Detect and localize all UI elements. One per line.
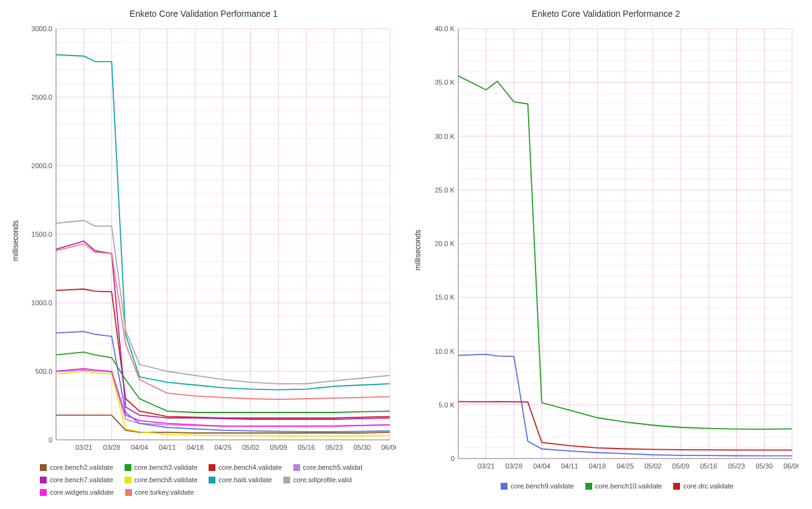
legend-item: core.drc.validate — [673, 482, 734, 490]
svg-text:06/06: 06/06 — [783, 462, 798, 470]
legend-swatch — [125, 464, 131, 471]
svg-text:15.0 K: 15.0 K — [435, 293, 455, 301]
legend-label: core.haiti.validate — [219, 476, 272, 483]
legend-swatch — [40, 489, 47, 496]
svg-text:03/28: 03/28 — [103, 444, 121, 451]
legend-item: core.sdiprofile.valid — [283, 476, 352, 483]
legend-swatch — [209, 464, 215, 471]
legend-label: core.bench4.validate — [219, 464, 282, 471]
svg-text:1500.0: 1500.0 — [31, 231, 52, 238]
svg-text:04/11: 04/11 — [561, 462, 578, 470]
svg-text:05/23: 05/23 — [326, 444, 343, 451]
chart-svg-1: 0500.01000.01500.02000.02500.03000.003/2… — [22, 22, 396, 459]
legend-swatch — [209, 477, 215, 483]
legend-swatch — [125, 477, 131, 483]
svg-text:500.0: 500.0 — [35, 368, 52, 375]
svg-text:05/16: 05/16 — [298, 444, 315, 451]
svg-text:30.0 K: 30.0 K — [435, 133, 455, 140]
chart-title-2: Enketo Core Validation Performance 2 — [532, 9, 680, 19]
legend-item: core.bench8.validate — [125, 476, 198, 483]
legend-item: core.bench7.validate — [40, 476, 113, 483]
legend-swatch — [293, 464, 300, 471]
legend-item: core.bench9.validate — [501, 482, 574, 490]
legend-label: core.turkey.validate — [135, 488, 194, 496]
legend-swatch — [585, 483, 592, 490]
svg-text:05/02: 05/02 — [242, 444, 260, 451]
svg-text:2000.0: 2000.0 — [31, 162, 52, 169]
svg-text:03/28: 03/28 — [506, 462, 523, 470]
svg-text:04/18: 04/18 — [589, 462, 607, 470]
legend-swatch — [125, 489, 132, 496]
legend-label: core.drc.validate — [683, 482, 734, 490]
legend-item: core.bench5.validat — [293, 464, 362, 471]
svg-text:0: 0 — [49, 436, 52, 444]
legend-label: core.bench5.validat — [303, 464, 362, 471]
legend-swatch — [283, 477, 290, 483]
svg-text:20.0 K: 20.0 K — [435, 240, 455, 247]
legend-item: core.haiti.validate — [209, 476, 272, 483]
svg-text:04/04: 04/04 — [533, 462, 550, 470]
chart-panel-1: Enketo Core Validation Performance 1 mil… — [6, 6, 401, 498]
chart-legend-1: core.bench2.validatecore.bench3.validate… — [6, 459, 401, 498]
charts-container: Enketo Core Validation Performance 1 mil… — [6, 6, 806, 498]
svg-text:04/04: 04/04 — [131, 444, 148, 451]
svg-text:04/18: 04/18 — [187, 444, 204, 451]
chart-svg-2: 05.0 K10.0 K15.0 K20.0 K25.0 K30.0 K35.0… — [425, 22, 798, 477]
svg-text:5.0 K: 5.0 K — [438, 401, 455, 409]
svg-text:05/30: 05/30 — [756, 462, 773, 470]
svg-text:05/23: 05/23 — [728, 462, 745, 470]
legend-label: core.bench2.validate — [50, 464, 113, 471]
svg-text:04/25: 04/25 — [214, 444, 232, 451]
svg-text:1000.0: 1000.0 — [31, 299, 52, 307]
chart-title-1: Enketo Core Validation Performance 1 — [130, 9, 278, 19]
legend-item: core.bench3.validate — [125, 464, 198, 471]
chart-body-2: milliseconds 05.0 K10.0 K15.0 K20.0 K25.… — [413, 22, 798, 477]
legend-swatch — [501, 483, 507, 490]
legend-label: core.bench10.validate — [595, 482, 663, 490]
svg-text:03/21: 03/21 — [478, 462, 495, 470]
svg-text:04/11: 04/11 — [159, 444, 176, 451]
chart-ylabel-1: milliseconds — [11, 116, 20, 365]
legend-label: core.bench7.validate — [50, 476, 113, 483]
svg-text:35.0 K: 35.0 K — [435, 78, 455, 86]
svg-text:10.0 K: 10.0 K — [435, 348, 455, 355]
legend-item: core.bench4.validate — [209, 464, 282, 471]
legend-label: core.bench3.validate — [135, 464, 198, 471]
chart-ylabel-2: milliseconds — [413, 125, 422, 374]
svg-text:2500.0: 2500.0 — [31, 93, 52, 101]
svg-text:0: 0 — [451, 455, 455, 462]
svg-text:06/06: 06/06 — [381, 444, 396, 451]
svg-text:05/02: 05/02 — [644, 462, 662, 470]
chart-legend-2: core.bench9.validatecore.bench10.validat… — [467, 477, 745, 492]
legend-label: core.bench9.validate — [511, 482, 574, 490]
svg-text:05/30: 05/30 — [354, 444, 371, 451]
svg-text:05/09: 05/09 — [270, 444, 288, 451]
legend-swatch — [40, 477, 47, 483]
chart-body-1: milliseconds 0500.01000.01500.02000.0250… — [11, 22, 396, 459]
legend-swatch — [40, 464, 47, 471]
chart-panel-2: Enketo Core Validation Performance 2 mil… — [413, 6, 798, 498]
legend-label: core.widgets.validate — [50, 488, 114, 496]
legend-item: core.widgets.validate — [40, 488, 114, 496]
svg-text:3000.0: 3000.0 — [31, 25, 52, 32]
svg-text:40.0 K: 40.0 K — [435, 25, 455, 32]
svg-text:05/16: 05/16 — [700, 462, 717, 470]
legend-item: core.bench2.validate — [40, 464, 113, 471]
legend-swatch — [673, 483, 680, 490]
svg-text:04/25: 04/25 — [616, 462, 634, 470]
svg-text:25.0 K: 25.0 K — [435, 186, 455, 194]
legend-item: core.bench10.validate — [585, 482, 663, 490]
svg-text:05/09: 05/09 — [673, 462, 690, 470]
legend-item: core.turkey.validate — [125, 488, 194, 496]
legend-label: core.sdiprofile.valid — [293, 476, 352, 483]
legend-label: core.bench8.validate — [135, 476, 198, 483]
svg-text:03/21: 03/21 — [75, 444, 93, 451]
